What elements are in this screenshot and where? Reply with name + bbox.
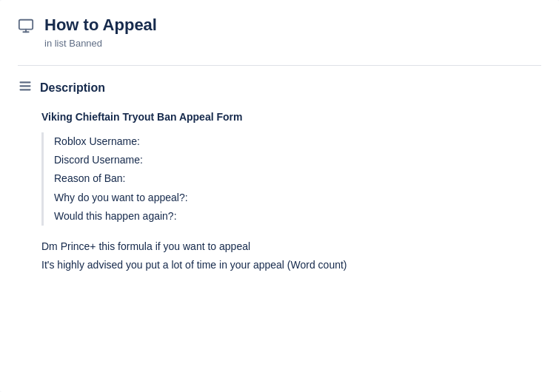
svg-rect-4	[20, 85, 31, 87]
svg-rect-3	[20, 81, 31, 83]
field-discord-username: Discord Username:	[54, 151, 541, 169]
divider	[18, 65, 541, 66]
card-subtitle: in list Banned	[44, 38, 157, 49]
svg-rect-0	[19, 20, 33, 30]
section-header-description: Description	[18, 79, 541, 97]
blockquote-fields: Roblox Username: Discord Username: Reaso…	[41, 132, 541, 226]
form-title: Viking Chieftain Tryout Ban Appeal Form	[41, 109, 541, 125]
svg-rect-5	[20, 89, 31, 90]
footer-line-2: It's highly advised you put a lot of tim…	[41, 256, 541, 274]
field-happen-again: Would this happen again?:	[54, 207, 541, 226]
card-header: How to Appeal in list Banned	[18, 15, 541, 56]
field-roblox-username: Roblox Username:	[54, 132, 541, 151]
lines-icon	[18, 79, 33, 97]
description-content: Viking Chieftain Tryout Ban Appeal Form …	[18, 109, 541, 275]
card-container: How to Appeal in list Banned Description…	[0, 0, 559, 392]
card-title: How to Appeal	[44, 15, 157, 36]
footer-notes: Dm Prince+ this formula if you want to a…	[41, 237, 541, 274]
card-icon	[18, 18, 34, 37]
footer-line-1: Dm Prince+ this formula if you want to a…	[41, 237, 541, 256]
header-text: How to Appeal in list Banned	[44, 15, 157, 49]
field-reason-of-ban: Reason of Ban:	[54, 169, 541, 188]
description-section-title: Description	[40, 81, 105, 95]
field-why-appeal: Why do you want to appeal?:	[54, 189, 541, 207]
